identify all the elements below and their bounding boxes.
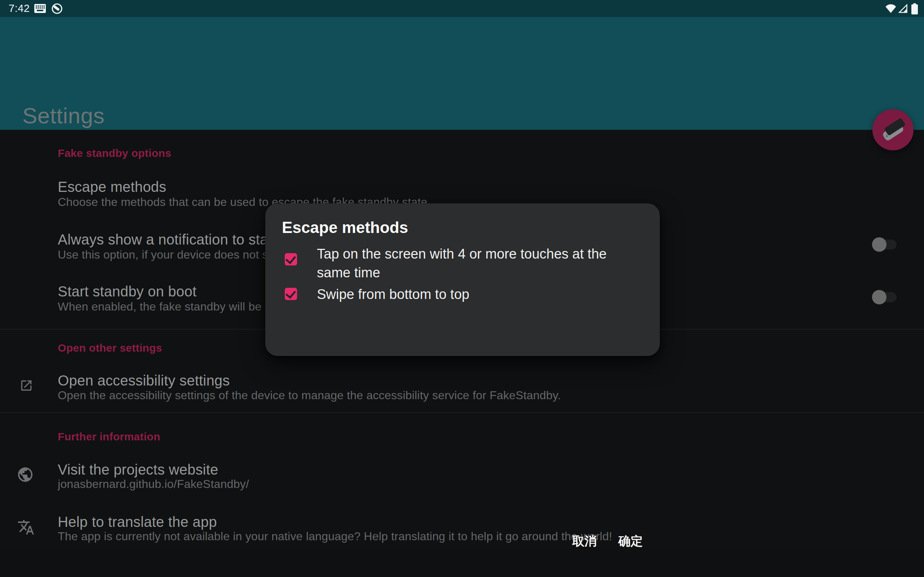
boot-toggle[interactable] — [872, 288, 900, 306]
cell-signal-icon — [898, 4, 908, 13]
start-standby-fab[interactable] — [872, 109, 914, 150]
status-bar: 7:42 — [0, 0, 924, 17]
app-bar: Settings — [0, 17, 924, 130]
section-header-open-other-settings: Open other settings — [58, 342, 162, 354]
translate-icon — [17, 519, 35, 536]
section-header-fake-standby-options: Fake standby options — [58, 147, 171, 160]
open-in-new-icon — [19, 379, 33, 392]
swipe-checkbox[interactable] — [285, 288, 297, 300]
page-title: Settings — [23, 103, 105, 128]
notification-toggle[interactable] — [872, 236, 900, 253]
escape-methods-dialog: Escape methods Tap on the screen with 4 … — [265, 203, 660, 356]
multitouch-checkbox[interactable] — [285, 253, 297, 266]
keyboard-icon — [34, 4, 46, 13]
battery-icon — [911, 3, 918, 15]
phone-standby-icon — [872, 109, 914, 150]
navigation-bar — [0, 548, 924, 577]
cancel-button[interactable]: 取消 — [564, 528, 604, 554]
toggle-thumb — [872, 237, 887, 252]
divider — [0, 412, 924, 413]
ok-button[interactable]: 确定 — [611, 528, 651, 554]
clock-time: 7:42 — [9, 3, 30, 15]
section-header-further-information: Further information — [58, 430, 160, 443]
toggle-thumb — [872, 290, 887, 305]
fakestandby-notification-icon — [51, 3, 63, 15]
globe-icon — [16, 466, 34, 483]
dialog-title: Escape methods — [282, 219, 408, 237]
wifi-icon — [885, 4, 897, 13]
